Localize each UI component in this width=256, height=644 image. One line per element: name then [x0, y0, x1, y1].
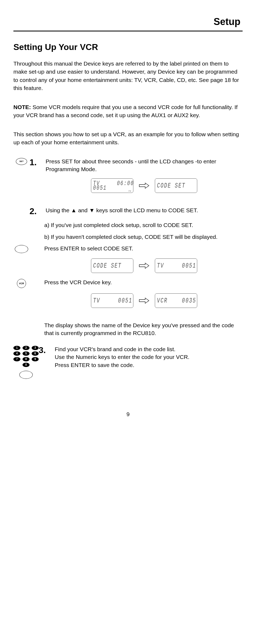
- key-4: 4: [13, 351, 20, 356]
- vcr-button-icon: VCR: [17, 279, 26, 288]
- step-2b: b) If you haven't completed clock setup,…: [44, 233, 243, 241]
- step-3-number: 3.: [39, 345, 49, 355]
- enter-button-icon-2: [19, 371, 33, 379]
- lcd-1-right: CODE SET: [155, 178, 197, 193]
- step-2a-label: a): [44, 222, 49, 228]
- lcd-2-left-line: CODE SET: [93, 262, 131, 269]
- header-rule: [13, 31, 243, 31]
- arrow-right-icon: [139, 262, 149, 269]
- key-8: 8: [23, 357, 30, 361]
- lcd-2-left: CODE SET: [91, 258, 133, 273]
- step-2a-text: If you've just completed clock setup, sc…: [51, 222, 193, 228]
- key-1: 1: [13, 346, 20, 350]
- key-7: 7: [13, 357, 20, 361]
- step-2b-label: b): [44, 234, 49, 240]
- lcd-3-left-line: TV 0051: [93, 297, 131, 304]
- note-body: Some VCR models require that you use a s…: [13, 104, 237, 118]
- step-3-line3: Press ENTER to save the code.: [55, 361, 243, 369]
- section-title: Setting Up Your VCR: [13, 42, 243, 52]
- page-number: 9: [13, 411, 243, 418]
- step-2-enter: Press ENTER to select CODE SET.: [13, 244, 243, 253]
- lcd-3-left: TV 0051: [91, 293, 133, 308]
- key-5: 5: [23, 351, 30, 356]
- step-2-number: 2.: [30, 206, 40, 216]
- page-header: Setup: [13, 16, 243, 27]
- key-3: 3: [32, 346, 39, 350]
- step-2-lead: Using the ▲ and ▼ keys scroll the LCD me…: [46, 206, 243, 214]
- key-6: 6: [32, 351, 39, 356]
- arrow-right-icon: [139, 297, 149, 304]
- lcd-2-right-line: TV 0051: [157, 262, 195, 269]
- step-3-text: Find your VCR's brand and code in the co…: [55, 345, 243, 369]
- enter-button-icon: [15, 245, 28, 253]
- lcd-1-left-line2: 0051: [93, 185, 131, 191]
- step-2b-text: If you haven't completed clock setup, CO…: [51, 234, 218, 240]
- step-3-line2: Use the Numeric keys to enter the code f…: [55, 353, 243, 361]
- arrow-right-icon: [139, 182, 149, 189]
- lcd-1-right-line: CODE SET: [157, 182, 195, 189]
- lcd-1-left-pm: PM: [129, 190, 131, 192]
- key-9: 9: [32, 357, 39, 361]
- intro-p3: This section shows you how to set up a V…: [13, 130, 243, 147]
- step-2: 2. Using the ▲ and ▼ keys scroll the LCD…: [13, 206, 243, 216]
- lcd-3-right-line: VCR 0035: [157, 297, 195, 304]
- step-2a: a) If you've just completed clock setup,…: [44, 221, 243, 229]
- lcd-2-right: TV 0051: [155, 258, 197, 273]
- intro-note: NOTE: Some VCR models require that you u…: [13, 103, 243, 120]
- step-2-enter-text: Press ENTER to select CODE SET.: [44, 244, 243, 252]
- key-2: 2: [23, 346, 30, 350]
- set-button-icon: SET: [16, 158, 27, 165]
- keypad-enter-icons: 1 2 3 4 5 6 7 8 9 0: [13, 346, 39, 379]
- lcd-row-1: TV 06:00 0051 PM CODE SET: [46, 178, 243, 193]
- step-2-tail: The display shows the name of the Device…: [44, 321, 243, 337]
- lcd-3-right: VCR 0035: [155, 293, 197, 308]
- step-1: SET 1. Press SET for about three seconds…: [13, 157, 243, 173]
- step-3: 1 2 3 4 5 6 7 8 9 0 3. Find your VCR's b…: [13, 345, 243, 379]
- intro-block: Throughout this manual the Device keys a…: [13, 60, 243, 92]
- step-3-line1: Find your VCR's brand and code in the co…: [55, 345, 243, 353]
- lcd-row-3: TV 0051 VCR 0035: [46, 293, 243, 308]
- key-0: 0: [23, 363, 30, 367]
- step-1-text: Press SET for about three seconds - unti…: [46, 157, 243, 173]
- step-2-vcr-text: Press the VCR Device key.: [44, 278, 243, 286]
- step-2-vcr: VCR Press the VCR Device key.: [13, 278, 243, 288]
- lcd-row-2: CODE SET TV 0051: [46, 258, 243, 273]
- intro-p1: Throughout this manual the Device keys a…: [13, 60, 243, 92]
- lcd-1-left: TV 06:00 0051 PM: [91, 178, 133, 193]
- keypad-icon: 1 2 3 4 5 6 7 8 9 0: [13, 346, 39, 367]
- step-1-number: 1.: [30, 157, 40, 167]
- note-label: NOTE:: [13, 104, 31, 110]
